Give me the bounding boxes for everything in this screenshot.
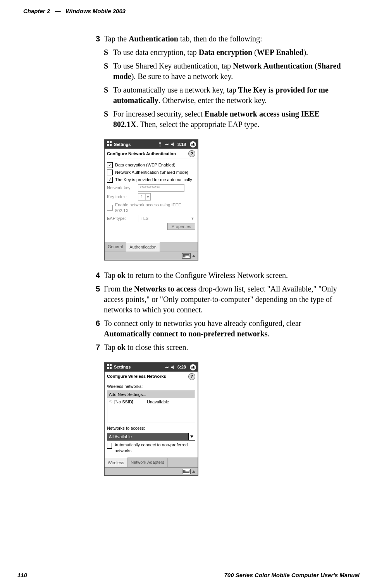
checkbox-icon[interactable] [107, 443, 112, 449]
start-icon[interactable] [106, 141, 112, 148]
bold-text: WEP Enabled [257, 48, 304, 57]
step-number: 5 [91, 284, 100, 315]
screenshot-authentication: Settings 3:18 ok Configure Network Authe… [104, 139, 198, 261]
eap-type-row: EAP type: TLS ▾ [107, 215, 195, 222]
speaker-icon [171, 365, 175, 370]
step-number: 7 [91, 342, 100, 353]
input-panel-bar [105, 467, 198, 475]
svg-rect-9 [107, 367, 109, 369]
svg-rect-10 [110, 367, 112, 369]
chapter-title: Windows Mobile 2003 [65, 8, 126, 14]
list-label: Wireless networks: [107, 384, 195, 389]
list-item-network[interactable]: [No SSID] Unavailable [107, 398, 195, 406]
checkbox-row-auto-connect[interactable]: Automatically connect to non-preferred n… [107, 442, 195, 454]
bullet-icon: S [104, 109, 113, 130]
bullet-item: S To use Shared Key authentication, tap … [104, 61, 342, 82]
step-4: 4 Tap ok to return to the Configure Wire… [91, 270, 342, 281]
wireless-networks-listbox[interactable]: Add New Settings... [No SSID] Unavailabl… [107, 391, 195, 422]
titlebar-text: Settings [114, 142, 158, 147]
network-key-input[interactable]: ************ [138, 184, 184, 192]
svg-rect-0 [107, 141, 109, 143]
text: . Then, select the appropriate EAP type. [136, 120, 259, 129]
form-area: Wireless networks: Add New Settings... [… [105, 381, 198, 458]
ok-button[interactable]: ok [190, 141, 196, 147]
chevron-down-icon: ▾ [190, 216, 195, 221]
svg-rect-8 [110, 364, 112, 366]
titlebar: Settings 3:18 ok [105, 140, 198, 149]
panel-header: Configure Network Authentication ? [105, 149, 198, 158]
chevron-down-icon [188, 433, 195, 441]
running-footer: 110 700 Series Color Mobile Computer Use… [0, 572, 377, 578]
field-label: EAP type: [107, 216, 136, 221]
tab-bar: Wireless Network Adapters [105, 458, 198, 467]
speaker-icon [171, 142, 175, 147]
field-label: Network key: [107, 185, 136, 191]
svg-rect-1 [110, 141, 112, 143]
status-icons: 6:28 ok [164, 364, 196, 370]
network-status: Unavailable [147, 399, 169, 405]
svg-rect-7 [107, 364, 109, 366]
bold-text: Data encryption [199, 48, 252, 57]
bullet-item: S For increased security, select Enable … [104, 109, 342, 130]
up-arrow-icon[interactable] [192, 470, 195, 473]
text: Tap the [104, 34, 129, 43]
ok-button[interactable]: ok [190, 364, 196, 370]
key-index-combo[interactable]: 1 ▾ [138, 193, 151, 201]
clock: 6:28 [177, 364, 186, 370]
text: ( [252, 48, 257, 57]
chapter-label: Chapter 2 [23, 8, 50, 14]
checkbox-row-autokey[interactable]: ✓ The Key is provided for me automatical… [107, 177, 195, 183]
bullet-icon: S [104, 61, 113, 82]
properties-button[interactable]: Properties [167, 223, 195, 230]
bold-text: Automatically connect to non-preferred n… [104, 329, 268, 338]
step-number: 3 [91, 34, 100, 44]
step-7: 7 Tap ok to close this screen. [91, 342, 342, 353]
up-arrow-icon[interactable] [192, 255, 195, 257]
keyboard-icon[interactable] [182, 469, 191, 474]
text: ). [303, 48, 308, 57]
checkbox-icon[interactable] [107, 205, 113, 211]
bullet-icon: S [104, 47, 113, 58]
tab-bar: General Authentication [105, 242, 198, 252]
tab-network-adapters[interactable]: Network Adapters [127, 458, 168, 467]
combo-value: TLS [138, 215, 190, 222]
tab-general[interactable]: General [105, 242, 126, 252]
checkbox-row-shared[interactable]: Network Authentication (Shared mode) [107, 170, 195, 175]
list-item-add-new[interactable]: Add New Settings... [107, 391, 195, 398]
step-6: 6 To connect only to networks you have a… [91, 318, 342, 339]
svg-marker-11 [171, 365, 174, 369]
combo-value: 1 [138, 194, 145, 200]
checkbox-checked-icon[interactable]: ✓ [107, 177, 113, 183]
combo-value: All Available [107, 433, 188, 441]
checkbox-row-wep[interactable]: ✓ Data encryption (WEP Enabled) [107, 162, 195, 168]
networks-to-access-combo[interactable]: All Available [107, 433, 195, 441]
checkbox-icon[interactable] [107, 170, 113, 175]
text: From the [104, 285, 134, 293]
panel-title: Configure Network Authentication [107, 151, 176, 157]
checkbox-row-8021x[interactable]: Enable network access using IEEE 802.1X [107, 202, 195, 214]
keyboard-icon[interactable] [182, 253, 191, 259]
text: tab, then do the following: [178, 34, 262, 43]
bold-text: ok [117, 271, 126, 279]
checkbox-checked-icon[interactable]: ✓ [107, 162, 113, 168]
bullet-item: S To automatically use a network key, ta… [104, 85, 342, 106]
tab-authentication[interactable]: Authentication [126, 242, 160, 252]
checkbox-label: The Key is provided for me automatically [115, 177, 192, 183]
field-label: Key index: [107, 194, 136, 200]
help-icon[interactable]: ? [188, 150, 195, 157]
panel-title: Configure Wireless Networks [107, 374, 166, 379]
text: . [268, 329, 270, 338]
step-text: To connect only to networks you have alr… [104, 318, 342, 339]
tab-wireless[interactable]: Wireless [105, 458, 127, 467]
eap-type-combo[interactable]: TLS ▾ [138, 215, 195, 222]
bullet-text: To use Shared Key authentication, tap Ne… [113, 61, 342, 82]
checkbox-label: Enable network access using IEEE 802.1X [115, 202, 195, 214]
input-panel-bar [105, 252, 198, 260]
start-icon[interactable] [106, 363, 112, 371]
screenshot-wireless-networks: Settings 6:28 ok Configure Wireless Netw… [104, 362, 198, 476]
help-icon[interactable]: ? [188, 373, 195, 380]
text: To connect only to networks you have alr… [104, 319, 301, 327]
key-index-row: Key index: 1 ▾ [107, 193, 195, 201]
text: Tap [104, 271, 117, 279]
step-number: 6 [91, 318, 100, 339]
